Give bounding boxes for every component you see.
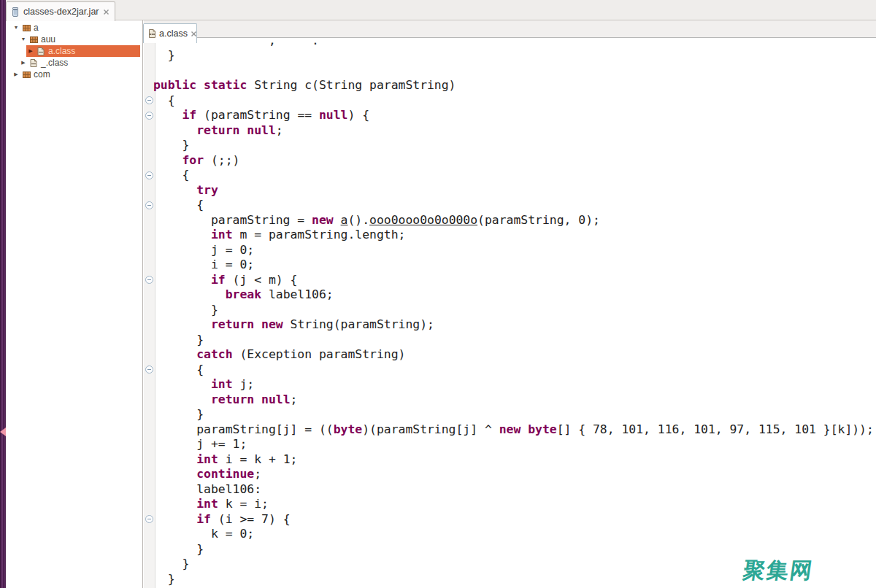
tree-item[interactable]: ▼a <box>6 22 142 34</box>
watermark-text: 聚集网 <box>741 556 815 586</box>
class-icon <box>29 58 38 67</box>
code-line: j = 0; <box>153 243 874 258</box>
tree-item-label: a <box>34 23 39 33</box>
code-line: return null; <box>153 392 874 408</box>
code-line: if (i >= 7) { <box>153 512 874 527</box>
code-line: } <box>153 333 874 348</box>
code-line: j += 1; <box>153 437 874 452</box>
code-line: int k = i; <box>153 497 874 512</box>
tree-item[interactable]: ▼auu <box>6 34 142 45</box>
editor-tab-close-icon[interactable] <box>191 31 197 37</box>
jar-tab-bar <box>0 0 876 20</box>
code-line: paramString = new a().ooo0ooo0o0o000o(pa… <box>153 213 874 228</box>
code-line: int j; <box>153 377 874 392</box>
fold-toggle[interactable] <box>145 276 153 284</box>
code-line: return null; <box>153 123 874 139</box>
tree-item[interactable]: ▶com <box>6 69 142 80</box>
code-line: } <box>153 138 874 153</box>
code-line: i = 0; <box>153 258 874 273</box>
code-line: { <box>153 93 874 109</box>
code-viewer[interactable]: , . }public static String c(String param… <box>144 37 876 588</box>
code-line: } <box>153 542 874 557</box>
editor-tab-label: a.class <box>159 28 188 39</box>
jar-tab[interactable]: classes-dex2jar.jar <box>6 1 115 21</box>
code-line: { <box>153 198 874 213</box>
fold-toggle[interactable] <box>145 515 153 523</box>
code-line: public static String c(String paramStrin… <box>153 78 874 93</box>
jar-icon <box>11 7 20 16</box>
code-line: return new String(paramString); <box>153 317 874 333</box>
tree-item-label: auu <box>41 34 55 45</box>
code-line: int m = paramString.length; <box>153 228 874 243</box>
code-link[interactable]: ooo0ooo0o0o000o <box>369 213 477 227</box>
code-line: , . <box>153 37 874 48</box>
code-line: k = 0; <box>153 527 874 542</box>
code-line: paramString[j] = ((byte)(paramString[j] … <box>153 422 874 438</box>
code-line: label106: <box>153 482 874 498</box>
code-line: catch (Exception paramString) <box>153 347 874 363</box>
code-line: if (paramString == null) { <box>153 108 874 123</box>
code-line: } <box>153 303 874 318</box>
editor-tab[interactable]: a.class <box>143 23 197 43</box>
tree-item-label: a.class <box>48 46 75 56</box>
tree-item[interactable]: ▶_.class <box>6 57 142 69</box>
fold-toggle[interactable] <box>145 112 153 120</box>
fold-toggle[interactable] <box>145 365 153 374</box>
code-line: if (j < m) { <box>153 273 874 288</box>
edge-reveal-arrow-icon[interactable] <box>0 428 6 436</box>
fold-toggle[interactable] <box>145 171 153 179</box>
jar-tab-close-icon[interactable] <box>103 9 110 15</box>
code-line: int i = k + 1; <box>153 452 874 468</box>
code-line: for (;;) <box>153 153 874 169</box>
expand-arrow-icon[interactable]: ▶ <box>13 69 19 80</box>
package-tree: ▼a▼auu▶a.class▶_.class▶com <box>6 20 142 80</box>
expand-arrow-icon[interactable]: ▶ <box>20 57 26 69</box>
package-icon <box>22 23 31 32</box>
code-line: continue; <box>153 467 874 482</box>
app-window: classes-dex2jar.jar ▼a▼auu▶a.class▶_.cla… <box>0 0 876 588</box>
class-icon <box>36 47 45 55</box>
tree-item-label: _.class <box>41 58 68 68</box>
code-text: , . }public static String c(String param… <box>153 37 874 587</box>
desktop-edge-strip <box>0 0 6 588</box>
package-icon <box>22 70 31 79</box>
fold-toggle[interactable] <box>145 201 153 209</box>
code-line: } <box>153 48 874 63</box>
collapse-arrow-icon[interactable]: ▼ <box>13 22 19 34</box>
code-line: } <box>153 407 874 422</box>
class-file-icon <box>148 29 156 38</box>
sidebar: ▼a▼auu▶a.class▶_.class▶com <box>6 20 143 588</box>
code-line: { <box>153 168 874 183</box>
code-line <box>153 63 874 79</box>
expand-arrow-icon[interactable]: ▶ <box>28 45 34 57</box>
tree-item-label: com <box>34 69 50 80</box>
editor-tab-bar <box>144 20 876 38</box>
code-line: try <box>153 183 874 198</box>
jar-tab-label: classes-dex2jar.jar <box>23 7 99 17</box>
code-line: break label106; <box>153 287 874 303</box>
fold-toggle[interactable] <box>145 96 153 104</box>
tree-item[interactable]: ▶a.class <box>6 45 142 57</box>
code-line: { <box>153 363 874 378</box>
collapse-arrow-icon[interactable]: ▼ <box>20 34 26 45</box>
package-icon <box>29 35 38 44</box>
code-link[interactable]: a <box>341 213 348 227</box>
